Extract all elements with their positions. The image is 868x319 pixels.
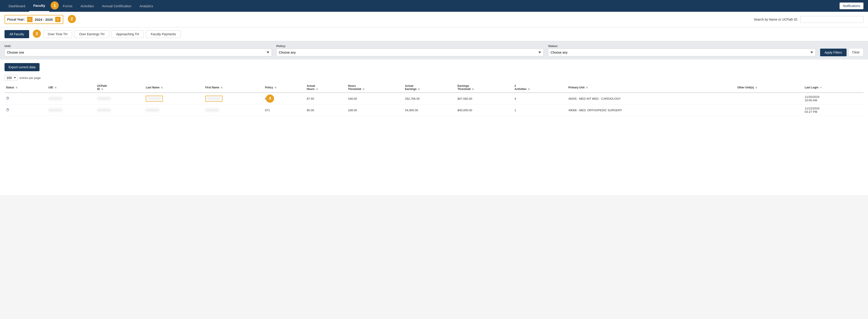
filter-status-group: Status: Choose any: [548, 44, 815, 56]
first-name-value: [205, 109, 219, 112]
nav-analytics[interactable]: Analytics: [135, 0, 157, 12]
tab-overtime-th[interactable]: Over Time TH: [43, 30, 72, 38]
table-row: ⏱ 67167.50168.00292,766.00$47,560.004492…: [4, 93, 864, 105]
cell-status: ⏱: [4, 105, 47, 116]
cell-earnings-threshold: $47,560.00: [456, 93, 513, 105]
cell-policy: 671: [264, 105, 305, 116]
last-name-value: [146, 96, 163, 102]
cell-other-units: [736, 93, 803, 105]
apply-filters-button[interactable]: Apply Filters: [820, 49, 846, 56]
col-actual-hours[interactable]: ActualHours ⇅: [305, 83, 347, 93]
filter-policy-label: Policy:: [276, 44, 544, 48]
ucpath-id-value: [97, 109, 111, 112]
cell-policy: 671: [264, 93, 305, 105]
col-actual-earnings[interactable]: ActualEarnings ⇅: [404, 83, 456, 93]
filter-unit-label: Unit:: [4, 44, 272, 48]
filter-policy-select[interactable]: Choose any: [276, 49, 544, 56]
col-last-name[interactable]: Last Name ⇅: [144, 83, 204, 93]
col-hours-threshold[interactable]: HoursThreshold ⇅: [347, 83, 403, 93]
tab-all-faculty[interactable]: All Faculty: [4, 30, 29, 38]
per-page-select[interactable]: 100 25 50: [4, 75, 18, 81]
cell-last-login: 11/22/202403:27 PM: [803, 105, 864, 116]
fiscal-year-control: Fiscal Year: < 2024 - 2025 >: [4, 15, 63, 24]
uid-value: [49, 109, 62, 112]
cell-first-name: [204, 93, 264, 105]
step-badge-1: 1: [51, 1, 59, 9]
step-badge-3: 3: [33, 30, 41, 38]
cell-ucpath-id: [96, 105, 144, 116]
filter-unit-select[interactable]: Choose one: [4, 49, 272, 56]
main-content: Export current data 100 25 50 entries pe…: [0, 59, 868, 195]
filter-actions: Apply Filters Clear: [820, 48, 864, 56]
nav-dashboard[interactable]: Dashboard: [4, 0, 29, 12]
col-status[interactable]: Status ⇅: [4, 83, 47, 93]
cell-uid: [47, 105, 96, 116]
cell-uid: [47, 93, 96, 105]
filter-unit-group: Unit: Choose one: [4, 44, 272, 56]
notifications-button[interactable]: Notifications: [840, 2, 864, 9]
cell-status: ⏱: [4, 93, 47, 105]
fiscal-bar: Fiscal Year: < 2024 - 2025 > 2 Search by…: [0, 12, 868, 27]
filter-bar: Unit: Choose one Policy: Choose any Stat…: [0, 41, 868, 59]
nav-forms[interactable]: Forms: [59, 0, 76, 12]
cell-ucpath-id: [96, 93, 144, 105]
top-nav: Dashboard Faculty 1 Forms Activities Ann…: [0, 0, 868, 12]
cell-actual-earnings: 292,766.00: [404, 93, 456, 105]
cell-actual-earnings: 54,000.00: [404, 105, 456, 116]
first-name-value: [205, 96, 222, 102]
col-earnings-threshold[interactable]: EarningsThreshold ⇅: [456, 83, 513, 93]
cell-hours-threshold: 168.00: [347, 93, 403, 105]
uid-value: [49, 97, 62, 100]
clear-filters-button[interactable]: Clear: [848, 48, 864, 56]
cell-earnings-threshold: $40,000.00: [456, 105, 513, 116]
cell-primary-unit: 49205 - MED INT MED - CARDIOLOGY: [567, 93, 736, 105]
data-table: Status ⇅ UID ⇅ UCPathID ⇅ Last Name ⇅ Fi…: [4, 83, 864, 116]
search-area: Search by Name or UCPath ID:: [754, 16, 864, 23]
cell-other-units: [736, 105, 803, 116]
cell-activities: 1: [513, 105, 567, 116]
col-last-login[interactable]: Last Login ▼: [803, 83, 864, 93]
col-ucpath-id[interactable]: UCPathID ⇅: [96, 83, 144, 93]
filter-status-select[interactable]: Choose any: [548, 49, 815, 56]
col-other-units[interactable]: Other Unit(s) ⇅: [736, 83, 803, 93]
tab-approaching-th[interactable]: Approaching TH: [112, 30, 144, 38]
cell-actual-hours: 67.50: [305, 93, 347, 105]
cell-actual-hours: 80.00: [305, 105, 347, 116]
col-primary-unit[interactable]: Primary Unit ⇅: [567, 83, 736, 93]
cell-primary-unit: 49068 - MED: ORTHOPEDIC SURGERY: [567, 105, 736, 116]
ucpath-id-value: [97, 97, 111, 100]
tab-bar: All Faculty 3 Over Time TH Over Earnings…: [0, 27, 868, 41]
table-row: ⏱ 67180.00168.0054,000.00$40,000.0014906…: [4, 105, 864, 116]
search-label: Search by Name or UCPath ID:: [754, 18, 798, 21]
nav-annual-certification[interactable]: Annual Certification: [98, 0, 135, 12]
fiscal-year-next-btn[interactable]: >: [55, 17, 61, 22]
cell-last-name: [144, 105, 204, 116]
status-icon: ⏱: [6, 96, 9, 100]
step-badge-2: 2: [68, 15, 76, 23]
filter-policy-group: Policy: Choose any: [276, 44, 544, 56]
fiscal-year-prev-btn[interactable]: <: [27, 17, 33, 22]
per-page-label: entries per page: [20, 76, 41, 80]
fiscal-year-value: 2024 - 2025: [35, 18, 53, 22]
export-button[interactable]: Export current data: [4, 63, 39, 71]
cell-hours-threshold: 168.00: [347, 105, 403, 116]
nav-faculty[interactable]: Faculty: [29, 0, 49, 12]
tab-faculty-payments[interactable]: Faculty Payments: [146, 30, 181, 38]
cell-activities: 4: [513, 93, 567, 105]
fiscal-year-label: Fiscal Year:: [7, 18, 25, 21]
tab-over-earnings-th[interactable]: Over Earnings TH: [74, 30, 109, 38]
filter-status-label: Status:: [548, 44, 815, 48]
col-first-name[interactable]: First Name ⇅: [204, 83, 264, 93]
last-name-value: [146, 109, 159, 112]
search-input[interactable]: [800, 16, 864, 23]
col-policy[interactable]: Policy ⇅: [264, 83, 305, 93]
per-page-row: 100 25 50 entries per page: [4, 75, 864, 81]
cell-last-login: 11/25/202410:00 AM: [803, 93, 864, 105]
col-uid[interactable]: UID ⇅: [47, 83, 96, 93]
nav-activities[interactable]: Activities: [76, 0, 98, 12]
cell-first-name: [204, 105, 264, 116]
cell-last-name: [144, 93, 204, 105]
col-activities[interactable]: #Activities ⇅: [513, 83, 567, 93]
status-icon: ⏱: [6, 108, 9, 112]
